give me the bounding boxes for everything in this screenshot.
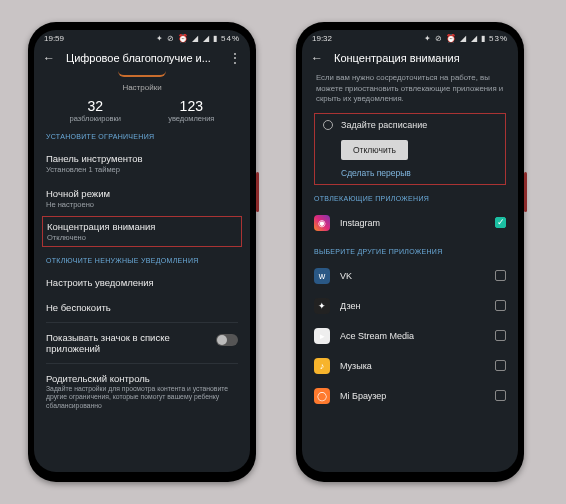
screen-left: 19:59 ✦ ⊘ ⏰ ◢ ◢ ▮ 54% ← Цифровое благопо… xyxy=(34,30,250,472)
parental-title: Родительский контроль xyxy=(46,373,238,384)
configure-notif-title: Настроить уведомления xyxy=(46,277,238,288)
description-text: Если вам нужно сосредоточиться на работе… xyxy=(314,69,506,113)
app-row-instagram[interactable]: ◉ Instagram xyxy=(314,208,506,238)
app-name: VK xyxy=(340,271,485,281)
parental-control-row[interactable]: Родительский контроль Задайте настройки … xyxy=(46,366,238,417)
music-icon: ♪ xyxy=(314,358,330,374)
phone-frame-left: 19:59 ✦ ⊘ ⏰ ◢ ◢ ▮ 54% ← Цифровое благопо… xyxy=(28,22,256,482)
stats-row: 32 разблокировки 123 уведомления xyxy=(46,98,238,123)
app-name: Ace Stream Media xyxy=(340,331,485,341)
back-icon[interactable]: ← xyxy=(310,51,324,65)
clock-text: 19:59 xyxy=(44,34,64,43)
app-name: Музыка xyxy=(340,361,485,371)
unlocks-stat[interactable]: 32 разблокировки xyxy=(70,98,121,123)
notifications-label: уведомления xyxy=(168,114,214,123)
clock-text: 19:32 xyxy=(312,34,332,43)
app-bar: ← Цифровое благополучие и... ⋮ xyxy=(34,45,250,69)
instagram-icon: ◉ xyxy=(314,215,330,231)
checkbox[interactable] xyxy=(495,217,506,228)
status-bar: 19:59 ✦ ⊘ ⏰ ◢ ◢ ▮ 54% xyxy=(34,30,250,45)
checkbox[interactable] xyxy=(495,300,506,311)
configure-notifications-row[interactable]: Настроить уведомления xyxy=(46,270,238,295)
take-break-link[interactable]: Сделать перерыв xyxy=(341,168,497,178)
dnd-title: Не беспокоить xyxy=(46,302,238,313)
night-mode-row[interactable]: Ночной режим Не настроено xyxy=(46,181,238,216)
zen-icon: ✦ xyxy=(314,298,330,314)
page-title: Цифровое благополучие и... xyxy=(66,52,218,64)
app-row-mi-browser[interactable]: ◯ Mi Браузер xyxy=(314,381,506,411)
dashboard-row[interactable]: Панель инструментов Установлен 1 таймер xyxy=(46,146,238,181)
checkbox[interactable] xyxy=(495,270,506,281)
schedule-row[interactable]: Задайте расписание xyxy=(323,120,497,130)
app-bar: ← Концентрация внимания xyxy=(302,45,518,69)
app-name: Mi Браузер xyxy=(340,391,485,401)
clock-icon xyxy=(323,120,333,130)
app-row-zen[interactable]: ✦ Дзен xyxy=(314,291,506,321)
app-row-ace[interactable]: ▸ Ace Stream Media xyxy=(314,321,506,351)
focus-mode-row[interactable]: Концентрация внимания Отключено xyxy=(42,216,242,247)
more-icon[interactable]: ⋮ xyxy=(228,51,242,65)
vk-icon: w xyxy=(314,268,330,284)
divider xyxy=(46,363,238,364)
checkbox[interactable] xyxy=(495,360,506,371)
status-icons: ✦ ⊘ ⏰ ◢ ◢ ▮ 54% xyxy=(156,34,240,43)
disable-notif-section-header: ОТКЛЮЧИТЕ НЕНУЖНЫЕ УВЕДОМЛЕНИЯ xyxy=(46,257,238,264)
disable-button[interactable]: Отключить xyxy=(341,140,408,160)
app-row-vk[interactable]: w VK xyxy=(314,261,506,291)
night-sub: Не настроено xyxy=(46,200,238,209)
night-title: Ночной режим xyxy=(46,188,238,199)
ace-icon: ▸ xyxy=(314,328,330,344)
distracting-apps-header: ОТВЛЕКАЮЩИЕ ПРИЛОЖЕНИЯ xyxy=(314,195,506,202)
mi-browser-icon: ◯ xyxy=(314,388,330,404)
focus-sub: Отключено xyxy=(47,233,237,242)
other-apps-list: w VK ✦ Дзен ▸ Ace Stream Media ♪ Музыка xyxy=(314,261,506,411)
back-icon[interactable]: ← xyxy=(42,51,56,65)
divider xyxy=(46,322,238,323)
app-name: Дзен xyxy=(340,301,485,311)
checkbox[interactable] xyxy=(495,390,506,401)
status-bar: 19:32 ✦ ⊘ ⏰ ◢ ◢ ▮ 53% xyxy=(302,30,518,45)
page-title: Концентрация внимания xyxy=(334,52,510,64)
badge-title: Показывать значок в списке приложений xyxy=(46,332,238,354)
limits-section-header: УСТАНОВИТЕ ОГРАНИЧЕНИЯ xyxy=(46,133,238,140)
dashboard-sub: Установлен 1 таймер xyxy=(46,165,238,174)
unlocks-label: разблокировки xyxy=(70,114,121,123)
notifications-number: 123 xyxy=(168,98,214,114)
schedule-label: Задайте расписание xyxy=(341,120,427,130)
unlocks-number: 32 xyxy=(70,98,121,114)
checkbox[interactable] xyxy=(495,330,506,341)
dashboard-title: Панель инструментов xyxy=(46,153,238,164)
logo-swoosh xyxy=(118,71,166,77)
status-icons: ✦ ⊘ ⏰ ◢ ◢ ▮ 53% xyxy=(424,34,508,43)
content-area: Если вам нужно сосредоточиться на работе… xyxy=(302,69,518,472)
subtitle: Настройки xyxy=(34,83,250,94)
distracting-apps-list: ◉ Instagram xyxy=(314,208,506,238)
badge-toggle[interactable] xyxy=(216,334,238,346)
phone-frame-right: 19:32 ✦ ⊘ ⏰ ◢ ◢ ▮ 53% ← Концентрация вни… xyxy=(296,22,524,482)
notifications-stat[interactable]: 123 уведомления xyxy=(168,98,214,123)
dnd-row[interactable]: Не беспокоить xyxy=(46,295,238,320)
parental-sub: Задайте настройки для просмотра контента… xyxy=(46,385,238,410)
content-area: 32 разблокировки 123 уведомления УСТАНОВ… xyxy=(34,94,250,472)
app-row-music[interactable]: ♪ Музыка xyxy=(314,351,506,381)
other-apps-header: ВЫБЕРИТЕ ДРУГИЕ ПРИЛОЖЕНИЯ xyxy=(314,248,506,255)
badge-row[interactable]: Показывать значок в списке приложений xyxy=(46,325,238,361)
screen-right: 19:32 ✦ ⊘ ⏰ ◢ ◢ ▮ 53% ← Концентрация вни… xyxy=(302,30,518,472)
focus-control-box: Задайте расписание Отключить Сделать пер… xyxy=(314,113,506,185)
app-name: Instagram xyxy=(340,218,485,228)
focus-title: Концентрация внимания xyxy=(47,221,237,232)
